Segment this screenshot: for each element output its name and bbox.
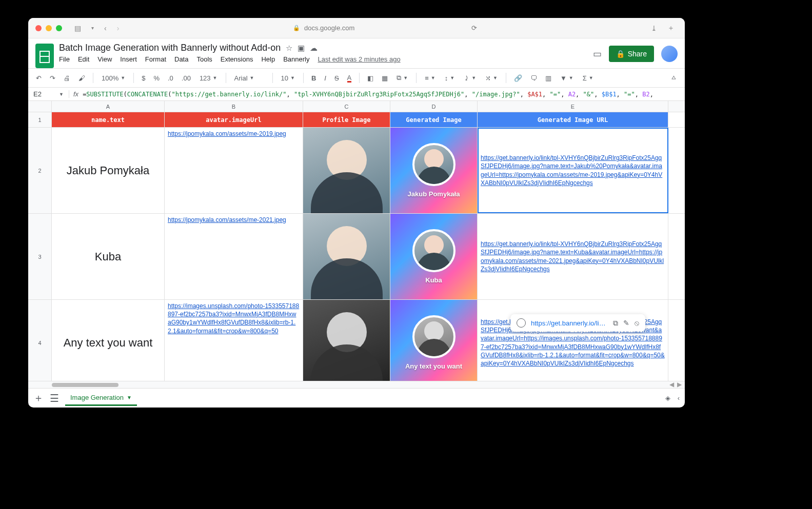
undo-icon[interactable]: ↶ [33, 73, 44, 84]
link[interactable]: https://get.bannerly.io/link/tpl-XVHY6nQ… [481, 240, 665, 273]
cloud-status-icon[interactable]: ☁ [310, 44, 318, 53]
menu-data[interactable]: Data [174, 55, 188, 63]
cell-generated-url[interactable]: https://get.bannerly.io/link/tpl-XVHY6nQ… [478, 128, 668, 213]
star-icon[interactable]: ☆ [286, 44, 292, 53]
borders-icon[interactable]: ▦ [379, 73, 390, 84]
cell-generated-url[interactable]: https://get.bannerly.io/link/tpl-XVHY6nQ… [478, 214, 668, 299]
link[interactable]: https://get.bannerly.io/link/tpl-XVHY6nQ… [481, 154, 665, 187]
menu-view[interactable]: View [97, 55, 112, 63]
text-color-icon[interactable]: A [345, 72, 354, 84]
italic-icon[interactable]: I [322, 73, 329, 84]
select-all-corner[interactable] [28, 101, 52, 112]
menu-edit[interactable]: Edit [78, 55, 89, 63]
increase-decimal-icon[interactable]: .00 [179, 73, 193, 84]
header-cell[interactable]: name.text [52, 112, 165, 127]
cell-profile-image[interactable] [303, 128, 390, 213]
row-header[interactable]: 2 [28, 128, 52, 213]
row-header-1[interactable]: 1 [28, 112, 52, 127]
insert-link-icon[interactable]: 🔗 [511, 73, 525, 84]
explore-icon[interactable]: ◈ [665, 394, 670, 402]
insert-chart-icon[interactable]: ▥ [543, 73, 554, 84]
font-size-select[interactable]: 10▼ [278, 73, 298, 84]
last-edit-link[interactable]: Last edit was 2 minutes ago [318, 55, 400, 63]
col-header-c[interactable]: C [303, 101, 390, 112]
cell-avatar-url[interactable]: https://images.unsplash.com/photo-153355… [165, 300, 303, 381]
filter-select[interactable]: ▼▼ [557, 73, 577, 84]
chevron-down-icon[interactable]: ▾ [88, 24, 97, 32]
header-cell[interactable]: Profile Image [303, 112, 390, 127]
sheet-tab-menu-icon[interactable]: ▼ [127, 395, 132, 400]
cell-generated-image[interactable]: Jakub Pomykała [390, 128, 478, 213]
back-icon[interactable]: ‹ [101, 23, 110, 33]
col-header-b[interactable]: B [165, 101, 303, 112]
address-bar[interactable]: 🔒 docs.google.com ⟳ [126, 24, 644, 32]
strikethrough-icon[interactable]: S [332, 73, 342, 84]
unlink-icon[interactable]: ⦸ [635, 319, 639, 328]
downloads-icon[interactable]: ⤓ [648, 23, 660, 33]
edit-link-icon[interactable]: ✎ [623, 319, 629, 327]
name-box[interactable]: E2▼ [28, 90, 69, 98]
cell-generated-image[interactable]: Kuba [390, 214, 478, 299]
cell-generated-image[interactable]: Any text you want [390, 300, 478, 381]
header-cell[interactable]: avatar.imageUrl [165, 112, 303, 127]
cell-name[interactable]: Kuba [52, 214, 165, 299]
copy-link-icon[interactable]: ⧉ [613, 319, 618, 328]
account-avatar[interactable] [661, 46, 678, 62]
merge-select[interactable]: ⧉▼ [393, 72, 411, 84]
menu-help[interactable]: Help [261, 55, 275, 63]
zoom-window-icon[interactable] [56, 25, 62, 31]
expand-toolbar-icon[interactable]: ㅿ [668, 72, 680, 84]
scroll-left-icon[interactable]: ◀ [669, 381, 674, 388]
scroll-right-icon[interactable]: ▶ [677, 381, 682, 388]
menu-bannerly[interactable]: Bannerly [283, 55, 309, 63]
sheet-tab-active[interactable]: Image Generation ▼ [65, 391, 137, 406]
side-panel-toggle-icon[interactable]: ‹ [678, 394, 680, 402]
move-icon[interactable]: ▣ [298, 44, 305, 53]
cell-profile-image[interactable] [303, 214, 390, 299]
reload-icon[interactable]: ⟳ [471, 24, 477, 32]
menu-extensions[interactable]: Extensions [221, 55, 253, 63]
halign-select[interactable]: ≡▼ [422, 73, 439, 84]
link[interactable]: https://jpomykala.com/assets/me-2021.jpe… [168, 216, 286, 223]
close-window-icon[interactable] [35, 25, 42, 31]
menu-format[interactable]: Format [145, 55, 166, 63]
wrap-select[interactable]: ⤸▼ [461, 73, 479, 84]
sidebar-icon[interactable]: ▤ [71, 23, 84, 33]
header-cell[interactable]: Generated Image [390, 112, 478, 127]
link[interactable]: https://jpomykala.com/assets/me-2019.jpe… [168, 130, 286, 137]
decrease-decimal-icon[interactable]: .0 [165, 73, 176, 84]
paint-format-icon[interactable]: 🖌 [76, 73, 88, 84]
col-header-d[interactable]: D [390, 101, 478, 112]
all-sheets-icon[interactable]: ☰ [50, 392, 59, 404]
number-format-select[interactable]: 123▼ [196, 73, 221, 84]
header-cell[interactable]: Generated Image URL [478, 112, 668, 127]
fill-color-icon[interactable]: ◧ [365, 73, 376, 84]
valign-select[interactable]: ↕▼ [442, 73, 458, 84]
insert-comment-icon[interactable]: 🗨 [528, 73, 540, 84]
rotate-select[interactable]: ⤭▼ [482, 73, 501, 84]
link-preview-text[interactable]: https://get.bannerly.io/link... [531, 319, 608, 327]
cell-generated-url[interactable]: https://get.bannerly.io/link/tpl-XVHY6nQ… [478, 300, 668, 381]
font-select[interactable]: Arial▼ [231, 73, 267, 84]
format-percent-icon[interactable]: % [151, 73, 162, 84]
scrollbar-thumb[interactable] [52, 383, 118, 387]
new-tab-icon[interactable]: ＋ [664, 23, 678, 34]
menu-file[interactable]: File [59, 55, 70, 63]
cell-name[interactable]: Jakub Pomykała [52, 128, 165, 213]
row-header[interactable]: 3 [28, 214, 52, 299]
cell-name[interactable]: Any text you want [52, 300, 165, 381]
sheets-logo-icon[interactable] [35, 44, 54, 68]
forward-icon[interactable]: › [114, 23, 123, 33]
minimize-window-icon[interactable] [46, 25, 52, 31]
cell-avatar-url[interactable]: https://jpomykala.com/assets/me-2019.jpe… [165, 128, 303, 213]
link[interactable]: https://images.unsplash.com/photo-153355… [168, 302, 299, 335]
menu-insert[interactable]: Insert [120, 55, 137, 63]
horizontal-scrollbar[interactable]: ◀▶ [28, 381, 685, 388]
redo-icon[interactable]: ↷ [47, 73, 58, 84]
add-sheet-icon[interactable]: ＋ [33, 391, 44, 405]
functions-select[interactable]: Σ▼ [580, 73, 597, 84]
row-header[interactable]: 4 [28, 300, 52, 381]
cell-avatar-url[interactable]: https://jpomykala.com/assets/me-2021.jpe… [165, 214, 303, 299]
col-header-a[interactable]: A [52, 101, 165, 112]
share-button[interactable]: 🔒 Share [609, 46, 654, 62]
